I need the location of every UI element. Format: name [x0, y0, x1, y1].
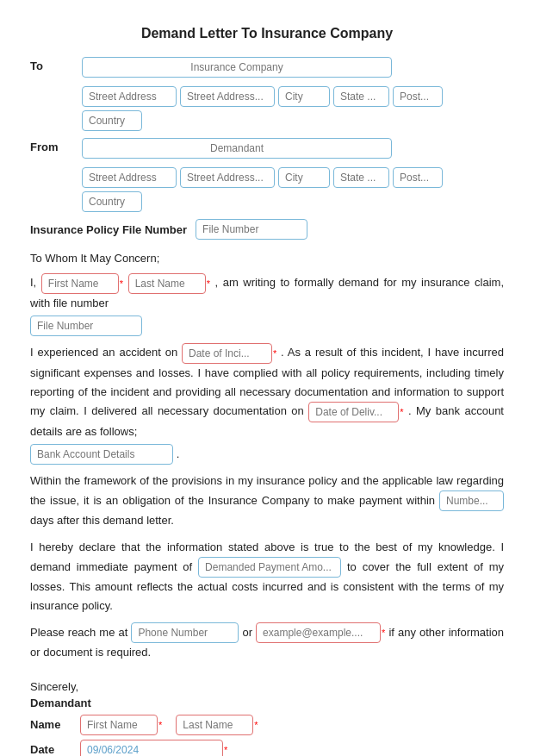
name-row: Name * * [30, 715, 504, 735]
sig-first-name-field: * [80, 715, 162, 735]
to-city-input[interactable] [278, 86, 330, 107]
email-field: * [256, 622, 385, 643]
to-fields [82, 57, 504, 131]
from-section: From [30, 138, 504, 212]
policy-label: Insurance Policy File Number [30, 223, 187, 236]
date-incident-input[interactable] [182, 343, 272, 364]
from-state-input[interactable] [333, 167, 389, 188]
i-label: I, [30, 276, 36, 289]
email-input[interactable] [256, 622, 381, 643]
name-label: Name [30, 718, 73, 731]
sig-last-name-field: * [176, 715, 258, 735]
date-value-field: * [80, 740, 227, 757]
date-delivery-field: * [308, 402, 403, 422]
accident-prefix: I experienced an accident on [30, 347, 182, 359]
to-state-input[interactable] [333, 86, 389, 107]
from-country-input[interactable] [82, 191, 142, 212]
to-company-input[interactable] [82, 57, 392, 78]
num-days-input[interactable] [439, 490, 504, 511]
obligation-text: Within the framework of the provisions i… [30, 474, 504, 507]
from-name-input[interactable] [82, 138, 392, 159]
first-name-input[interactable] [41, 273, 119, 294]
payment-amount-input[interactable] [198, 557, 341, 578]
para-3: Within the framework of the provisions i… [30, 472, 504, 530]
to-address-row [82, 86, 504, 131]
date-incident-required: * [273, 346, 276, 362]
from-street1-input[interactable] [82, 167, 177, 188]
reach-text: Please reach me at [30, 626, 127, 639]
para-1: I, * * , am writing to formally demand f… [30, 273, 504, 336]
bank-account-input[interactable] [30, 444, 173, 465]
date-delivery-input[interactable] [308, 402, 399, 422]
para-4: I hereby declare that the information st… [30, 538, 504, 615]
last-name-input[interactable] [128, 273, 206, 294]
to-label: To [30, 57, 73, 72]
sincerely-text: Sincerely, [30, 680, 504, 693]
to-post-input[interactable] [393, 86, 443, 107]
bank-period: . [177, 447, 180, 460]
sig-last-name-input[interactable] [176, 715, 253, 735]
last-name-field: * [128, 273, 210, 294]
sig-last-name-required: * [254, 720, 258, 730]
from-fields [82, 138, 504, 212]
email-required: * [382, 625, 385, 641]
demandant-title: Demandant [30, 697, 504, 709]
claim-file-number-input[interactable] [30, 316, 142, 336]
to-country-input[interactable] [82, 110, 142, 131]
date-label: Date [30, 743, 73, 756]
first-name-field: * [41, 273, 123, 294]
from-city-input[interactable] [278, 167, 330, 188]
to-street2-input[interactable] [180, 86, 275, 107]
salutation: To Whom It May Concern; [30, 252, 504, 265]
date-value-input[interactable] [80, 740, 223, 757]
date-incident-field: * [182, 343, 276, 364]
sig-first-name-required: * [158, 720, 162, 730]
days-text: days after this demand letter. [30, 514, 174, 527]
phone-input[interactable] [131, 622, 239, 643]
to-street1-input[interactable] [82, 86, 177, 107]
from-post-input[interactable] [393, 167, 443, 188]
or-text: or [242, 626, 252, 639]
sig-first-name-input[interactable] [80, 715, 158, 735]
date-delivery-required: * [400, 404, 403, 421]
para-5: Please reach me at or * if any other inf… [30, 622, 504, 663]
policy-file-number-input[interactable] [196, 219, 307, 240]
last-name-required: * [207, 276, 210, 292]
page-title: Demand Letter To Insurance Company [30, 26, 504, 41]
policy-row: Insurance Policy File Number [30, 219, 504, 240]
date-row: Date * [30, 740, 504, 757]
para-2: I experienced an accident on * . As a re… [30, 343, 504, 465]
from-address-row [82, 167, 504, 212]
to-section: To [30, 57, 504, 131]
from-label: From [30, 138, 73, 153]
from-street2-input[interactable] [180, 167, 275, 188]
first-name-required: * [120, 276, 123, 292]
date-required: * [224, 745, 227, 755]
